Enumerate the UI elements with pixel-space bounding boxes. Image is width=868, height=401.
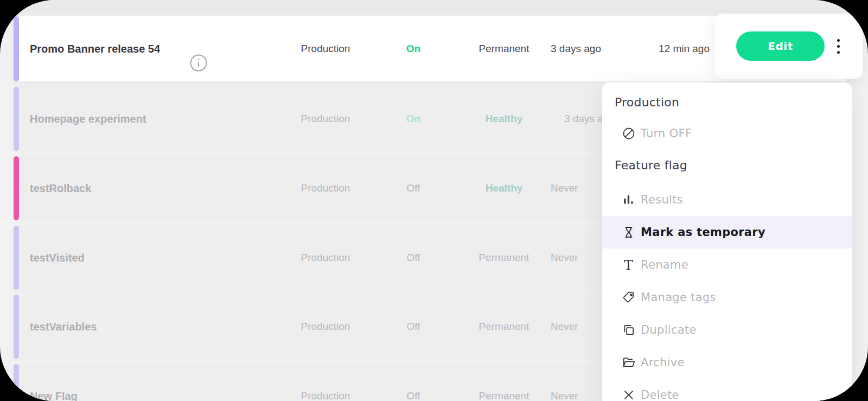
tag-icon (621, 290, 636, 305)
row-color-bar (14, 156, 19, 220)
environment-cell: Production (279, 226, 372, 290)
status-cell: Off (384, 364, 443, 401)
environment-cell: Production (279, 295, 372, 359)
row-actions-card: Edit (715, 14, 863, 79)
feature-flags-screen: Promo Banner release 54 Production On Pe… (0, 0, 868, 401)
menu-item-results[interactable]: Results (602, 183, 852, 216)
environment-cell: Production (279, 364, 372, 401)
row-color-bar (14, 226, 19, 290)
menu-item-rename[interactable]: T Rename (602, 249, 852, 281)
text-icon: T (621, 258, 636, 272)
lifecycle-cell: Healthy (471, 87, 537, 151)
flag-name: Promo Banner release 54 (30, 16, 160, 81)
lifecycle-cell: Permanent (471, 16, 537, 81)
menu-item-label: Turn OFF (641, 127, 692, 140)
status-cell: Off (384, 226, 443, 290)
edit-button[interactable]: Edit (736, 31, 825, 61)
copy-icon (621, 323, 636, 338)
menu-item-archive[interactable]: Archive (602, 346, 852, 379)
info-icon[interactable] (190, 54, 207, 72)
environment-cell: Production (279, 156, 372, 220)
hourglass-icon (621, 225, 636, 240)
status-cell: Off (384, 295, 443, 359)
x-icon (621, 388, 636, 401)
menu-item-label: Duplicate (641, 323, 697, 336)
flag-name: testRolback (30, 156, 91, 220)
menu-item-label: Rename (641, 258, 688, 271)
lifecycle-cell: Permanent (471, 295, 537, 359)
kebab-menu-icon[interactable] (830, 33, 846, 59)
menu-item-label: Delete (641, 389, 679, 401)
menu-item-label: Results (641, 193, 683, 206)
ban-icon (621, 126, 636, 141)
modified-cell: 12 min ago (652, 16, 717, 81)
menu-item-label: Archive (641, 356, 685, 369)
bar-chart-icon (621, 193, 636, 207)
flag-name: testVisited (30, 226, 85, 290)
status-cell: On (384, 87, 443, 151)
menu-item-label: Mark as temporary (641, 226, 765, 239)
menu-item-manage-tags[interactable]: Manage tags (602, 281, 852, 314)
menu-section-title: Feature flag (602, 150, 852, 180)
row-color-bar (14, 364, 19, 401)
lifecycle-cell: Permanent (471, 364, 537, 401)
row-color-bar (14, 16, 19, 81)
folder-open-icon (621, 355, 636, 370)
environment-cell: Production (279, 87, 372, 151)
flag-context-menu: Production Turn OFF Feature flag Results (602, 82, 852, 401)
environment-cell: Production (279, 16, 372, 81)
flag-name: testVariables (30, 295, 97, 359)
flag-name: Homepage experiment (30, 87, 146, 151)
menu-item-label: Manage tags (641, 291, 716, 304)
status-cell: On (384, 16, 443, 81)
row-color-bar (14, 87, 19, 151)
row-color-bar (14, 0, 19, 11)
lifecycle-cell: Permanent (471, 226, 537, 290)
status-cell: Off (384, 156, 443, 220)
menu-item-delete[interactable]: Delete (602, 379, 852, 401)
menu-item-duplicate[interactable]: Duplicate (602, 314, 852, 346)
menu-item-mark-as-temporary[interactable]: Mark as temporary (602, 216, 852, 249)
menu-item-turn-off[interactable]: Turn OFF (602, 117, 852, 150)
menu-section-title: Production (602, 90, 852, 114)
flag-name: New Flag (30, 364, 78, 401)
created-cell: 3 days ago (551, 16, 632, 81)
partial-row-above (14, 0, 846, 11)
row-color-bar (14, 295, 19, 359)
lifecycle-cell: Healthy (471, 156, 537, 220)
